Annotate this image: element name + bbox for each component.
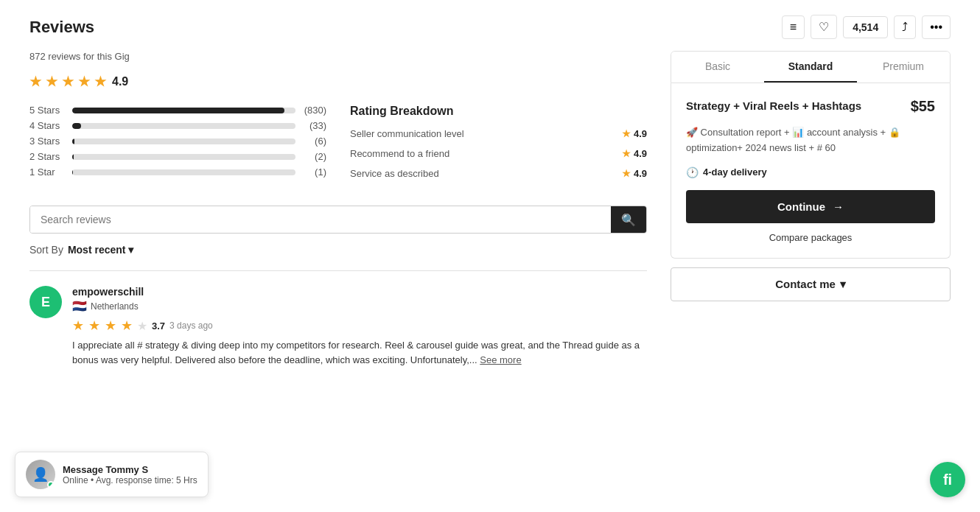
review-star: ★ — [72, 318, 84, 334]
review-rating: 3.7 — [152, 320, 165, 332]
package-tab-basic[interactable]: Basic — [671, 52, 764, 83]
search-box: 🔍 — [29, 206, 647, 234]
chevron-down-icon: ▾ — [128, 244, 133, 256]
star-3: ★ — [62, 74, 74, 90]
contact-me-button[interactable]: Contact me ▾ — [671, 267, 951, 301]
page-title: Reviews — [29, 18, 94, 37]
star-icon: ★ — [622, 168, 631, 179]
sort-dropdown[interactable]: Most recent ▾ — [68, 244, 134, 256]
breakdown-score: ★ 4.9 — [622, 168, 647, 179]
see-more-link[interactable]: See more — [480, 354, 521, 365]
continue-button[interactable]: Continue → — [686, 190, 935, 223]
reviewer-name: empowerschill — [72, 286, 647, 298]
breakdown-score: ★ 4.9 — [622, 128, 647, 139]
breakdown-item: Recommend to a friend ★ 4.9 — [350, 148, 647, 159]
breakdown-item: Seller communication level ★ 4.9 — [350, 128, 647, 139]
bar-fill — [72, 154, 74, 160]
review-count: 872 reviews for this Gig — [29, 51, 647, 62]
top-bar: Reviews ≡ ♡ 4,514 ⤴ ••• — [29, 15, 951, 39]
bar-fill — [72, 108, 284, 113]
bar-container — [72, 138, 295, 144]
arrow-right-icon: → — [833, 200, 844, 213]
review-empty-star: ★ — [137, 319, 147, 333]
bar-count: (2) — [301, 151, 326, 162]
sort-by-label: Sort By — [29, 244, 63, 256]
star-2: ★ — [46, 74, 57, 90]
package-tabs: BasicStandardPremium — [671, 51, 951, 83]
reviewer-country: 🇳🇱 Netherlands — [72, 299, 647, 313]
menu-icon-button[interactable]: ≡ — [782, 15, 805, 39]
sort-value-text: Most recent — [68, 244, 126, 256]
breakdown-items: Seller communication level ★ 4.9 Recomme… — [350, 128, 647, 179]
right-panel: BasicStandardPremium Strategy + Viral Re… — [671, 51, 951, 382]
search-button[interactable]: 🔍 — [611, 206, 646, 233]
star-icon: ★ — [622, 128, 631, 139]
star-4: ★ — [78, 74, 90, 90]
review-body: empowerschill 🇳🇱 Netherlands ★★★★★ 3.7 3… — [72, 286, 647, 368]
rating-breakdown-section: Rating Breakdown Seller communication le… — [350, 105, 647, 188]
bar-fill — [72, 138, 74, 144]
left-panel: 872 reviews for this Gig ★ ★ ★ ★ ★ 4.9 5… — [29, 51, 647, 382]
bar-fill — [72, 123, 81, 129]
breakdown-score: ★ 4.9 — [622, 148, 647, 159]
clock-icon: 🕐 — [686, 166, 699, 178]
star-bar-label: 2 Stars — [29, 151, 66, 162]
main-layout: 872 reviews for this Gig ★ ★ ★ ★ ★ 4.9 5… — [29, 51, 951, 382]
package-card: Strategy + Viral Reels + Hashtags $55 🚀 … — [671, 83, 951, 259]
star-bar-row: 5 Stars (830) — [29, 105, 326, 116]
topbar-icons: ≡ ♡ 4,514 ⤴ ••• — [782, 15, 951, 39]
review-item: E empowerschill 🇳🇱 Netherlands ★★★★★ 3.7… — [29, 286, 647, 368]
review-star: ★ — [88, 318, 100, 334]
more-button[interactable]: ••• — [922, 15, 951, 39]
star-bar-row: 1 Star (1) — [29, 166, 326, 178]
save-count: 4,514 — [843, 16, 888, 38]
delivery-text: 4-day delivery — [703, 166, 767, 178]
star-bar-label: 4 Stars — [29, 120, 66, 131]
pkg-name-price: Strategy + Viral Reels + Hashtags $55 — [686, 98, 935, 115]
breakdown-label: Service as described — [350, 168, 439, 179]
bar-count: (1) — [301, 166, 326, 178]
bar-count: (6) — [301, 136, 326, 147]
more-icon: ••• — [930, 21, 942, 34]
continue-label: Continue — [777, 200, 825, 213]
compare-packages-link[interactable]: Compare packages — [686, 232, 935, 243]
pkg-delivery: 🕐 4-day delivery — [686, 166, 935, 178]
star-1: ★ — [29, 74, 41, 90]
breakdown-label: Recommend to a friend — [350, 148, 449, 159]
menu-icon: ≡ — [790, 21, 797, 34]
package-tab-standard[interactable]: Standard — [764, 52, 857, 83]
star-bar-label: 3 Stars — [29, 136, 66, 147]
chevron-down-icon-contact: ▾ — [840, 278, 846, 291]
package-tab-premium[interactable]: Premium — [857, 52, 950, 83]
pkg-name: Strategy + Viral Reels + Hashtags — [686, 98, 861, 113]
reviewer-avatar: E — [29, 286, 62, 318]
search-icon: 🔍 — [621, 214, 636, 226]
star-bar-row: 2 Stars (2) — [29, 151, 326, 162]
bar-container — [72, 169, 295, 175]
search-input[interactable] — [30, 206, 611, 233]
share-button[interactable]: ⤴ — [894, 15, 916, 39]
star-icon: ★ — [622, 148, 631, 159]
review-list: E empowerschill 🇳🇱 Netherlands ★★★★★ 3.7… — [29, 286, 647, 368]
star-bar-row: 3 Stars (6) — [29, 136, 326, 147]
heart-icon: ♡ — [819, 20, 829, 34]
review-stars-row: ★★★★★ 3.7 3 days ago — [72, 318, 647, 334]
stars-summary: ★ ★ ★ ★ ★ 4.9 — [29, 74, 647, 90]
review-time: 3 days ago — [169, 320, 213, 331]
ratings-breakdown-row: 5 Stars (830) 4 Stars (33) 3 Stars (6) 2… — [29, 105, 647, 188]
heart-button[interactable]: ♡ — [811, 15, 837, 39]
contact-label: Contact me — [775, 278, 836, 290]
star-bar-row: 4 Stars (33) — [29, 120, 326, 131]
star-bar-label: 5 Stars — [29, 105, 66, 116]
search-sort-area: 🔍 Sort By Most recent ▾ — [29, 206, 647, 256]
review-half-star: ★ — [121, 318, 133, 334]
bar-fill — [72, 169, 73, 175]
share-icon: ⤴ — [902, 21, 908, 34]
country-name: Netherlands — [91, 301, 139, 312]
bar-count: (33) — [301, 120, 326, 131]
pkg-description: 🚀 Consultation report + 📊 account analys… — [686, 125, 935, 156]
review-text: I appreciate all # strategy & diving dee… — [72, 338, 647, 368]
rating-breakdown-title: Rating Breakdown — [350, 105, 647, 118]
country-flag: 🇳🇱 — [72, 299, 87, 313]
bar-count: (830) — [301, 105, 326, 116]
